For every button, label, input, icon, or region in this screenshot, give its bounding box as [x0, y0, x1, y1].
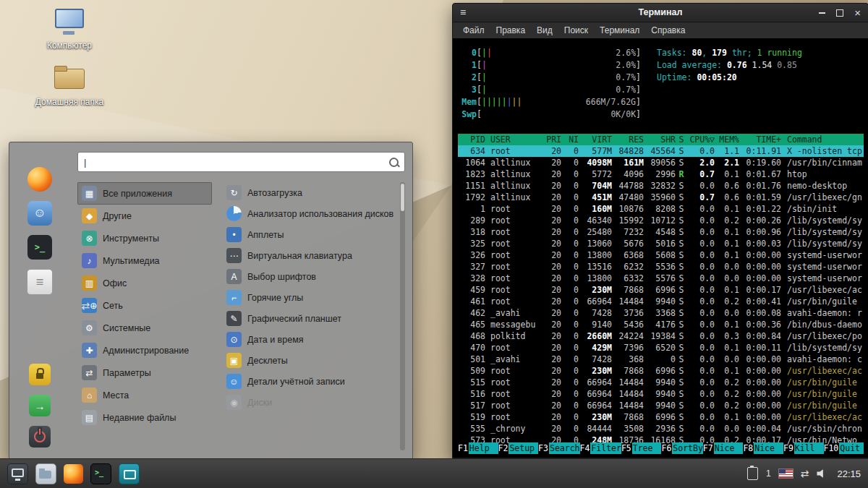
- column-header-ni[interactable]: NI: [561, 134, 579, 145]
- function-key-f2[interactable]: F2Setup: [498, 442, 539, 454]
- computer-shortcut[interactable]: Компьютер: [47, 9, 92, 51]
- terminal-content[interactable]: 0[||2.6%]1[|2.0%]2[|0.7%]3[|0.7%]Mem[|||…: [453, 38, 868, 458]
- function-key-f8[interactable]: F8Nice +: [743, 442, 783, 454]
- process-row[interactable]: 462_avahi200742837363368S0.00.00:00.08av…: [458, 307, 864, 319]
- category-preferences[interactable]: ⇄Параметры: [77, 361, 212, 384]
- maximize-button[interactable]: [836, 9, 843, 17]
- terminal-menu-item[interactable]: Поиск: [558, 25, 594, 35]
- function-key-f5[interactable]: F5Tree: [621, 442, 662, 454]
- app-graphics-tablet[interactable]: ✎Графический планшет: [222, 308, 398, 329]
- lock-screen-icon[interactable]: [29, 364, 51, 385]
- text-editor-icon[interactable]: [27, 269, 53, 295]
- terminal-icon[interactable]: [27, 235, 52, 260]
- process-row[interactable]: 318root2002548072324548S0.00.10:00.96/li…: [458, 226, 864, 238]
- column-header-pid[interactable]: PID: [458, 134, 485, 145]
- menu-search-input[interactable]: [88, 156, 389, 168]
- category-network[interactable]: ⊕Сеть: [77, 294, 212, 317]
- terminal-menu-item[interactable]: Справка: [645, 25, 691, 35]
- terminal-menu-item[interactable]: Терминал: [594, 25, 645, 35]
- column-header-res[interactable]: RES: [612, 134, 644, 145]
- network-icon[interactable]: [801, 468, 809, 479]
- process-row[interactable]: 328root2001380063325576S0.00.00:00.00sys…: [458, 273, 864, 284]
- function-key-f1[interactable]: F1Help: [458, 442, 498, 454]
- process-row[interactable]: 509root200230M78686996S0.00.10:00.00/usr…: [458, 365, 864, 377]
- terminal-titlebar[interactable]: ≡ Терминал ×: [453, 4, 868, 22]
- terminal-launcher[interactable]: [90, 463, 111, 484]
- process-row[interactable]: 535_chrony2008444435082936S0.00.00:00.04…: [458, 423, 864, 435]
- screenshot-launcher[interactable]: [119, 463, 140, 484]
- category-all-applications[interactable]: ▦Все приложения: [77, 182, 212, 205]
- process-row[interactable]: 1064altlinux2004098M161M89056S2.02.10:19…: [458, 157, 864, 168]
- volume-icon[interactable]: [817, 469, 827, 479]
- app-startup-applications[interactable]: ↻Автозагрузка: [222, 182, 398, 203]
- terminal-menu-item[interactable]: Файл: [457, 25, 490, 35]
- category-tools[interactable]: ⊗Инструменты: [77, 227, 212, 249]
- function-key-f6[interactable]: F6SortBy: [661, 442, 702, 454]
- process-row[interactable]: 470root200429M73966520S0.00.10:00.11/lib…: [458, 342, 864, 354]
- category-administration[interactable]: ✚Администрирование: [77, 339, 212, 361]
- firefox-icon[interactable]: [27, 167, 52, 192]
- process-row[interactable]: 515root20066964144849940S0.00.20:00.00/u…: [458, 377, 864, 388]
- column-header-virt[interactable]: VIRT: [579, 134, 612, 145]
- function-key-f9[interactable]: F9Kill: [783, 442, 824, 454]
- app-virtual-keyboard[interactable]: ⋯Виртуальная клавиатура: [222, 245, 398, 266]
- process-row[interactable]: 461root20066964144849940S0.00.20:00.41/u…: [458, 296, 864, 307]
- process-row[interactable]: 1151altlinux200704M4478832832S0.00.60:01…: [458, 180, 864, 192]
- column-header-command[interactable]: Command: [781, 134, 864, 145]
- process-row[interactable]: 516root20066964144849940S0.00.20:00.00/u…: [458, 388, 864, 400]
- column-header-user[interactable]: USER: [485, 134, 541, 145]
- menu-button[interactable]: [7, 463, 28, 484]
- app-desklets[interactable]: ▣Десклеты: [222, 350, 398, 371]
- category-other[interactable]: ◆Другие: [77, 205, 212, 227]
- applications-scrollbar[interactable]: [400, 182, 405, 450]
- app-disks[interactable]: ◉Диски: [222, 392, 398, 413]
- process-row[interactable]: 325root2001306056765016S0.00.10:00.03/li…: [458, 238, 864, 249]
- process-row[interactable]: 327root2001351662325536S0.00.00:00.00sys…: [458, 261, 864, 273]
- process-row[interactable]: 468polkitd2002660M2422419384S0.00.30:00.…: [458, 330, 864, 342]
- column-header-time[interactable]: TIME+: [739, 134, 781, 145]
- app-date-time[interactable]: ⊙Дата и время: [222, 329, 398, 350]
- home-folder-shortcut[interactable]: Домашняя папка: [35, 65, 103, 107]
- category-recent-files[interactable]: ▤Недавние файлы: [77, 406, 212, 429]
- process-row[interactable]: 1root200160M108768208S0.00.10:01.22/sbin…: [458, 203, 864, 215]
- process-row[interactable]: 634root200577M8482845564S0.01.10:11.91X …: [458, 145, 864, 157]
- app-applets[interactable]: •Апплеты: [222, 224, 398, 245]
- process-row[interactable]: 459root200230M78686996S0.00.10:00.17/usr…: [458, 284, 864, 296]
- shutdown-icon[interactable]: [29, 426, 51, 448]
- function-key-f7[interactable]: F7Nice -: [703, 442, 744, 454]
- contacts-icon[interactable]: [27, 201, 52, 226]
- process-row[interactable]: 465messagebu200914054364176S0.00.10:00.3…: [458, 319, 864, 330]
- column-header-shr[interactable]: SHR: [644, 134, 676, 145]
- terminal-menu-item[interactable]: Вид: [531, 25, 558, 35]
- keyboard-layout-flag[interactable]: [779, 469, 793, 478]
- app-disk-usage-analyzer[interactable]: Анализатор использования дисков: [222, 203, 398, 224]
- clipboard-icon[interactable]: [747, 467, 758, 480]
- minimize-button[interactable]: [819, 12, 825, 14]
- category-multimedia[interactable]: ♪Мультимедиа: [77, 249, 212, 272]
- process-row[interactable]: 1823altlinux200577240962996R0.70.10:01.6…: [458, 168, 864, 180]
- process-row[interactable]: 326root2001380063685608S0.00.10:00.00sys…: [458, 249, 864, 261]
- column-header-cpu[interactable]: CPU%▽: [687, 134, 715, 145]
- logout-icon[interactable]: [29, 395, 51, 416]
- app-account-details[interactable]: ☺Детали учётной записи: [222, 371, 398, 392]
- column-header-pri[interactable]: PRI: [541, 134, 561, 145]
- function-key-f10[interactable]: F10Quit: [824, 442, 864, 454]
- process-row[interactable]: 289root200463401599210712S0.00.20:00.26/…: [458, 215, 864, 226]
- clock[interactable]: 22:15: [837, 468, 861, 479]
- scrollbar-thumb[interactable]: [401, 184, 404, 211]
- app-hot-corners[interactable]: ⌐Горячие углы: [222, 287, 398, 308]
- menu-search-box[interactable]: |: [77, 152, 405, 172]
- process-row[interactable]: 517root20066964144849940S0.00.20:00.00/u…: [458, 400, 864, 411]
- category-office[interactable]: ▥Офис: [77, 272, 212, 294]
- column-header-s[interactable]: S: [676, 134, 687, 145]
- firefox-launcher[interactable]: [64, 464, 83, 484]
- process-row[interactable]: 519root200230M78686996S0.00.10:00.00/usr…: [458, 411, 864, 423]
- notification-number[interactable]: 1: [766, 468, 771, 479]
- function-key-f3[interactable]: F3Search: [538, 442, 579, 454]
- terminal-menu-item[interactable]: Правка: [490, 25, 532, 35]
- function-key-f4[interactable]: F4Filter: [580, 442, 621, 454]
- process-row[interactable]: 501_avahi20074283680S0.00.00:00.00avahi-…: [458, 354, 864, 365]
- close-button[interactable]: ×: [854, 4, 861, 22]
- app-font-selection[interactable]: AВыбор шрифтов: [222, 266, 398, 287]
- category-system[interactable]: ⚙Системные: [77, 317, 212, 339]
